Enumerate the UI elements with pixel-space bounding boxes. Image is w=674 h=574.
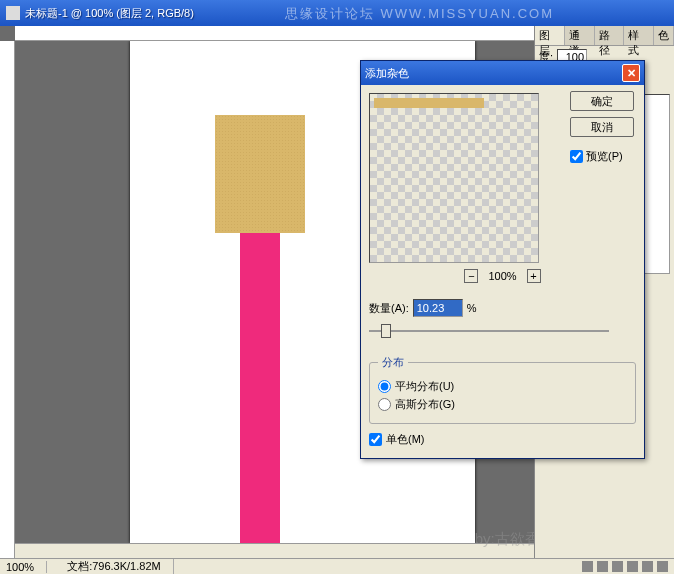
panel-tabs: 图层 通道 路径 样式 色 xyxy=(535,26,674,46)
ok-button[interactable]: 确定 xyxy=(570,91,634,111)
mono-label: 单色(M) xyxy=(386,432,425,447)
watermark-top: 思缘设计论坛 WWW.MISSYUAN.COM xyxy=(285,5,554,23)
ruler-vertical[interactable] xyxy=(0,41,15,558)
cancel-button[interactable]: 取消 xyxy=(570,117,634,137)
tab-paths[interactable]: 路径 xyxy=(595,26,625,45)
status-icons xyxy=(582,561,668,572)
sb-icon-6[interactable] xyxy=(657,561,668,572)
window-title: 未标题-1 @ 100% (图层 2, RGB/8) xyxy=(25,6,194,21)
zoom-in-button[interactable]: + xyxy=(527,269,541,283)
preview-checkbox[interactable] xyxy=(570,150,583,163)
preview-checkbox-row[interactable]: 预览(P) xyxy=(570,149,634,164)
zoom-out-button[interactable]: − xyxy=(464,269,478,283)
tab-color[interactable]: 色 xyxy=(654,26,674,45)
status-zoom[interactable]: 100% xyxy=(6,561,47,573)
sb-icon-1[interactable] xyxy=(582,561,593,572)
sb-icon-5[interactable] xyxy=(642,561,653,572)
preview-content xyxy=(374,98,484,108)
sb-icon-2[interactable] xyxy=(597,561,608,572)
gaussian-row[interactable]: 高斯分布(G) xyxy=(378,397,627,412)
sb-icon-4[interactable] xyxy=(627,561,638,572)
layer-pink-rect xyxy=(240,233,280,543)
gaussian-radio[interactable] xyxy=(378,398,391,411)
amount-slider[interactable] xyxy=(369,321,609,341)
percent-label: % xyxy=(467,302,477,314)
dialog-titlebar[interactable]: 添加杂色 ✕ xyxy=(361,61,644,85)
uniform-radio[interactable] xyxy=(378,380,391,393)
preview-box[interactable] xyxy=(369,93,539,263)
amount-row: 数量(A): % xyxy=(369,299,636,317)
amount-input[interactable] xyxy=(413,299,463,317)
layer-gold-rect xyxy=(215,115,305,233)
mono-checkbox[interactable] xyxy=(369,433,382,446)
mono-row[interactable]: 单色(M) xyxy=(369,432,636,447)
amount-label: 数量(A): xyxy=(369,301,409,316)
add-noise-dialog: 添加杂色 ✕ 确定 取消 预览(P) − 100% + 数量(A): % xyxy=(360,60,645,459)
uniform-label: 平均分布(U) xyxy=(395,379,454,394)
slider-track xyxy=(369,330,609,332)
app-icon xyxy=(6,6,20,20)
tab-channels[interactable]: 通道 xyxy=(565,26,595,45)
tab-styles[interactable]: 样式 xyxy=(624,26,654,45)
status-bar: 100% 文档:796.3K/1.82M xyxy=(0,558,674,574)
distribution-legend: 分布 xyxy=(378,355,408,370)
zoom-controls: − 100% + xyxy=(369,269,636,283)
dialog-title: 添加杂色 xyxy=(365,66,409,81)
close-icon[interactable]: ✕ xyxy=(622,64,640,82)
gaussian-label: 高斯分布(G) xyxy=(395,397,455,412)
tab-layers[interactable]: 图层 xyxy=(535,26,565,45)
preview-label: 预览(P) xyxy=(586,149,623,164)
slider-thumb[interactable] xyxy=(381,324,391,338)
zoom-percent: 100% xyxy=(488,270,516,282)
status-doc: 文档:796.3K/1.82M xyxy=(67,559,174,574)
sb-icon-3[interactable] xyxy=(612,561,623,572)
uniform-row[interactable]: 平均分布(U) xyxy=(378,379,627,394)
distribution-fieldset: 分布 平均分布(U) 高斯分布(G) xyxy=(369,355,636,424)
